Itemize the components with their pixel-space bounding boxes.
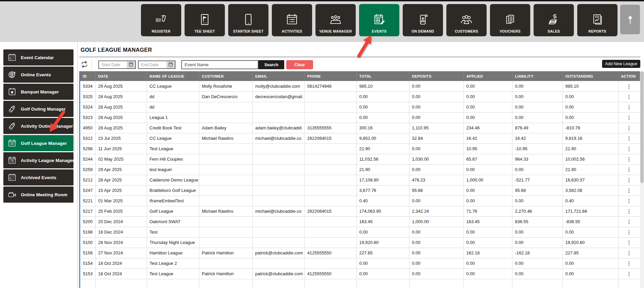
end-date-input[interactable] bbox=[139, 61, 166, 68]
cell-date: 18 Oct 2024 bbox=[95, 269, 147, 279]
cell-date: 18 Dec 2024 bbox=[95, 227, 147, 237]
cell-total: 9,852.00 bbox=[356, 133, 409, 143]
cell-deposits: 0.00 bbox=[409, 227, 463, 237]
cell-date: 01 Mar 2025 bbox=[95, 196, 147, 206]
kebab-menu-icon[interactable]: ⋮ bbox=[624, 208, 634, 214]
cell-deposits: 0.00 bbox=[409, 112, 463, 123]
cell-phone bbox=[304, 164, 356, 175]
sidebar-item-label: Online Meeting Room bbox=[21, 192, 67, 197]
nav-button-reports[interactable]: REPORTS bbox=[577, 4, 617, 36]
kebab-menu-icon[interactable]: ⋮ bbox=[624, 229, 634, 235]
table-row: 495028 Aug 2025Credit Book TestAdam Bail… bbox=[80, 123, 640, 133]
sidebar-item-online-events[interactable]: Online Events bbox=[3, 67, 73, 83]
cell-email bbox=[252, 154, 304, 164]
cell-id: 5325 bbox=[80, 91, 95, 102]
kebab-menu-icon[interactable]: ⋮ bbox=[624, 114, 634, 121]
search-button[interactable]: Search bbox=[258, 60, 284, 69]
sidebar-item-online-meeting-room[interactable]: Online Meeting Room bbox=[3, 187, 73, 203]
cell-phone bbox=[304, 196, 356, 206]
add-new-league-button[interactable]: Add New League bbox=[602, 60, 640, 68]
cell-action: ⋮ bbox=[618, 185, 640, 196]
sidebar-item-archived-events[interactable]: Archived Events bbox=[3, 169, 73, 186]
cell-empty bbox=[147, 279, 199, 288]
cell-email bbox=[252, 196, 304, 206]
kebab-menu-icon[interactable]: ⋮ bbox=[624, 187, 634, 194]
sidebar-item-event-calendar[interactable]: Event Calendar bbox=[3, 49, 73, 66]
nav-button-register[interactable]: REGISTER bbox=[141, 4, 181, 36]
refresh-button[interactable] bbox=[80, 60, 89, 69]
end-date-calendar-button[interactable] bbox=[166, 61, 175, 68]
table-row: 533429 Aug 2025CC LeagueMolly Rosafortem… bbox=[80, 81, 640, 91]
cell-deposits: 0.00 bbox=[409, 248, 463, 258]
nav-label: REPORTS bbox=[589, 29, 606, 33]
cell-total: 0.40 bbox=[356, 196, 409, 206]
column-header-name-of-league: NAME OF LEAGUE bbox=[147, 71, 199, 81]
calendar-dots-icon bbox=[7, 53, 17, 62]
nav-button-sales[interactable]: SALES bbox=[534, 4, 574, 36]
cell-customer: Patrick Hamilton bbox=[199, 269, 252, 279]
nav-button-starter-sheet[interactable]: STARTER SHEET bbox=[228, 4, 268, 36]
column-header-id: ID bbox=[80, 71, 95, 81]
table-row: 529811 Jun 2025Test League21.900.0010.95… bbox=[80, 143, 640, 154]
cell-deposits: 1,000.00 bbox=[409, 216, 463, 227]
calendar-icon bbox=[168, 62, 173, 68]
sidebar-item-golf-outing-manager[interactable]: Golf Outing Manager bbox=[3, 101, 73, 117]
table-row: 532428 Aug 2025dd0.000.000.000.000.00⋮ bbox=[80, 102, 640, 112]
kebab-menu-icon[interactable]: ⋮ bbox=[624, 93, 634, 100]
cell-customer bbox=[199, 258, 252, 269]
kebab-menu-icon[interactable]: ⋮ bbox=[624, 156, 634, 162]
sidebar-item-activity-outing-manager[interactable]: Activity Outing Manager bbox=[3, 118, 73, 134]
start-date-input[interactable] bbox=[99, 61, 127, 68]
kebab-menu-icon[interactable]: ⋮ bbox=[624, 104, 634, 110]
cell-league: Fern Hill Couples bbox=[147, 154, 199, 164]
cell-applied: 0.00 bbox=[463, 227, 512, 237]
globe-icon bbox=[7, 70, 17, 79]
nav-label: REGISTER bbox=[152, 29, 170, 33]
cell-date: 29 Apr 2025 bbox=[95, 164, 147, 175]
clear-button[interactable]: Clear bbox=[286, 60, 313, 69]
kebab-menu-icon[interactable]: ⋮ bbox=[624, 135, 634, 141]
start-date-field bbox=[98, 60, 136, 69]
sidebar-item-activity-league-manager[interactable]: Activity League Manager bbox=[3, 152, 73, 168]
cell-customer bbox=[199, 216, 252, 227]
sidebar-item-golf-league-manager[interactable]: Golf League Manager bbox=[3, 135, 73, 151]
cell-phone: 3135555555 bbox=[304, 123, 356, 133]
cell-empty bbox=[409, 279, 463, 288]
cell-league: Test bbox=[147, 227, 199, 237]
nav-button-vouchers[interactable]: VOUCHERS bbox=[490, 4, 530, 36]
nav-button-events[interactable]: EVENTS bbox=[359, 4, 399, 36]
calendar-star-icon bbox=[7, 87, 17, 96]
kebab-menu-icon[interactable]: ⋮ bbox=[624, 239, 634, 246]
scroll-top-button[interactable] bbox=[620, 5, 640, 34]
vertical-scrollbar[interactable] bbox=[640, 71, 644, 288]
nav-button-tee-sheet[interactable]: TEE SHEET bbox=[185, 4, 225, 36]
cell-liability: 2,270.48 bbox=[512, 206, 562, 216]
kebab-menu-icon[interactable]: ⋮ bbox=[624, 218, 634, 225]
event-name-input[interactable] bbox=[181, 60, 258, 69]
nav-button-venue-manager[interactable]: VENUE MANAGER bbox=[315, 4, 356, 36]
sidebar-item-banquet-manager[interactable]: Banquet Manager bbox=[3, 84, 73, 100]
cell-deposits: 0.00 bbox=[409, 91, 463, 102]
nav-button-on-demand[interactable]: ON DEMAND bbox=[403, 4, 443, 36]
start-date-calendar-button[interactable] bbox=[127, 61, 135, 68]
barcode-scanner-icon bbox=[154, 10, 168, 29]
kebab-menu-icon[interactable]: ⋮ bbox=[624, 271, 634, 277]
kebab-menu-icon[interactable]: ⋮ bbox=[624, 125, 634, 131]
cell-applied: 0.00 bbox=[463, 258, 512, 269]
nav-button-activities[interactable]: ACTIVITIES bbox=[272, 4, 312, 36]
nav-label: CUSTOMERS bbox=[455, 29, 478, 33]
kebab-menu-icon[interactable]: ⋮ bbox=[624, 198, 634, 204]
vertical-scrollbar-thumb[interactable] bbox=[640, 71, 644, 183]
kebab-menu-icon[interactable]: ⋮ bbox=[624, 250, 634, 256]
column-header-applied: APPLIED bbox=[463, 71, 512, 81]
cell-id: 5200 bbox=[80, 216, 95, 227]
kebab-menu-icon[interactable]: ⋮ bbox=[624, 177, 634, 183]
kebab-menu-icon[interactable]: ⋮ bbox=[624, 83, 634, 89]
cell-id: 5198 bbox=[80, 227, 95, 237]
kebab-menu-icon[interactable]: ⋮ bbox=[624, 166, 634, 173]
cell-id: 5312 bbox=[80, 133, 95, 143]
kebab-menu-icon[interactable]: ⋮ bbox=[624, 260, 634, 266]
calendar-list-icon bbox=[7, 138, 17, 148]
kebab-menu-icon[interactable]: ⋮ bbox=[624, 146, 634, 152]
nav-button-customers[interactable]: CUSTOMERS bbox=[446, 4, 487, 36]
